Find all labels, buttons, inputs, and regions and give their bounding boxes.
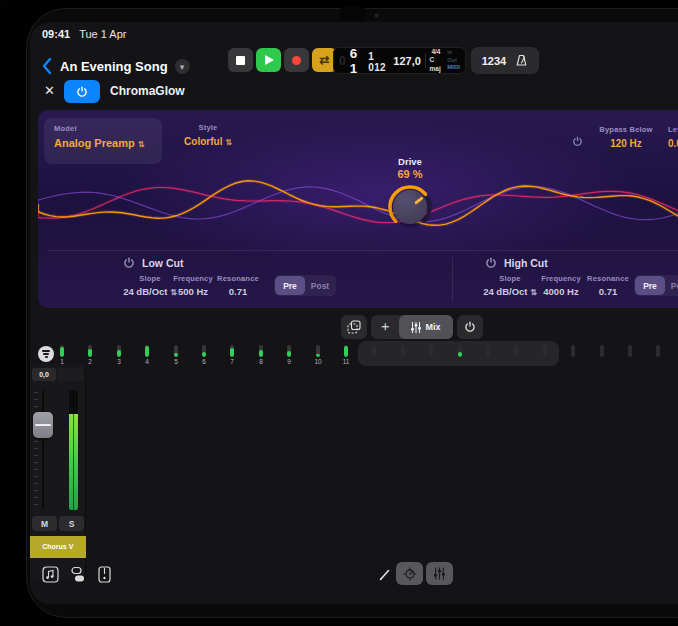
fader-handle[interactable] xyxy=(33,412,53,438)
drive-knob-pointer xyxy=(414,196,423,204)
count-in-button[interactable]: 1234 xyxy=(471,47,539,74)
back-chevron-icon xyxy=(40,56,54,76)
overview-meter-tick[interactable] xyxy=(429,345,433,357)
overview-meter-tick[interactable] xyxy=(174,345,178,357)
loop-browser-button[interactable] xyxy=(42,566,59,583)
faders-icon xyxy=(434,567,445,580)
waveform-visualization xyxy=(38,158,678,250)
overview-meter-tick[interactable] xyxy=(401,345,405,357)
duplicate-button[interactable] xyxy=(341,315,367,339)
overview-meter-tick[interactable] xyxy=(259,345,263,357)
divider xyxy=(48,250,678,251)
level-value: 0.0 xyxy=(668,138,678,149)
track-name: Chorus V xyxy=(42,542,73,551)
overview-meter-tick[interactable] xyxy=(344,345,348,357)
overview-meter-tick[interactable] xyxy=(486,345,490,357)
mixer-power-button[interactable] xyxy=(457,315,483,339)
metronome-icon[interactable] xyxy=(515,54,528,67)
keyboard-icon xyxy=(98,566,111,583)
level-meter xyxy=(69,390,78,510)
drive-label: Drive xyxy=(374,156,446,167)
faders-view-button[interactable] xyxy=(426,562,453,585)
overview-meter-tick[interactable] xyxy=(543,345,547,357)
level-meter-fill xyxy=(69,414,78,510)
lcd-key: C maj xyxy=(430,56,443,72)
fader-zone xyxy=(30,390,86,510)
add-mix-group: ＋ Mix xyxy=(371,315,453,339)
controls-view-button[interactable] xyxy=(396,562,423,585)
power-icon xyxy=(123,257,135,269)
mixer-strips: 0,0 -9,3 M S xyxy=(30,364,678,580)
stop-button[interactable] xyxy=(228,48,253,72)
lcd-bar-beat: 6 1 xyxy=(350,46,365,76)
chevron-down-icon[interactable]: ▾ xyxy=(175,59,190,74)
power-icon xyxy=(76,86,88,98)
back-button[interactable] xyxy=(40,56,54,76)
style-value: Colorful xyxy=(184,136,222,147)
pre-button[interactable]: Pre xyxy=(635,276,665,295)
stage: 09:41Tue 1 Apr An Evening Song ▾ ⇄ 0 6 1… xyxy=(0,0,678,626)
overview-meter-tick[interactable] xyxy=(88,345,92,357)
mute-button[interactable]: M xyxy=(32,516,57,531)
drive-knob[interactable] xyxy=(385,182,435,232)
record-icon xyxy=(292,56,301,65)
record-button[interactable] xyxy=(284,48,309,72)
low-cut-resonance[interactable]: Resonance 0.71 xyxy=(206,274,270,297)
overview-meter-tick[interactable] xyxy=(230,345,234,357)
overview-meter-tick[interactable] xyxy=(287,345,291,357)
stop-icon xyxy=(236,56,245,65)
overview-meter-tick[interactable] xyxy=(372,345,376,357)
level-control[interactable]: Leve 0.0 xyxy=(668,125,678,149)
power-icon xyxy=(464,321,476,333)
lcd-display[interactable]: 0 6 1 1 012 127,0 4/4 C maj In Out MIDI xyxy=(333,47,466,74)
post-button[interactable]: Post xyxy=(665,276,678,295)
play-button[interactable] xyxy=(256,48,281,72)
power-icon xyxy=(572,136,583,147)
mix-label: Mix xyxy=(425,322,440,332)
track-tab[interactable]: Chorus V xyxy=(30,536,86,558)
plugin-power-button[interactable] xyxy=(64,80,100,103)
camera-icon xyxy=(374,13,379,18)
style-selector[interactable]: Style Colorful ⇅ xyxy=(166,123,250,147)
peak-readout[interactable] xyxy=(58,368,83,381)
high-cut-power-button[interactable] xyxy=(485,257,497,269)
filter-sections: Low Cut Slope 24 dB/Oct ⇅ Frequency 500 … xyxy=(38,252,678,308)
low-cut-power-button[interactable] xyxy=(123,257,135,269)
status-date: Tue 1 Apr xyxy=(79,28,126,40)
overview-meter-tick[interactable] xyxy=(571,345,575,357)
overview-meter-tick[interactable] xyxy=(600,345,604,357)
overview-meter-tick[interactable] xyxy=(656,345,660,357)
status-bar: 09:41Tue 1 Apr xyxy=(42,28,126,40)
lcd-midi-label: MIDI xyxy=(447,64,460,72)
overview-meter-tick[interactable] xyxy=(316,345,320,357)
loops-icon xyxy=(42,566,59,583)
overview-meter-tick[interactable] xyxy=(628,345,632,357)
bypass-below-control[interactable]: Bypass Below 120 Hz xyxy=(590,125,662,149)
overview-meter-tick[interactable] xyxy=(145,345,149,357)
browser-button[interactable] xyxy=(70,566,86,583)
add-track-button[interactable]: ＋ xyxy=(371,315,399,339)
mix-view-button[interactable]: Mix xyxy=(399,315,453,339)
close-icon: ✕ xyxy=(44,83,55,98)
high-cut-resonance[interactable]: Resonance 0.71 xyxy=(576,274,640,297)
faders-icon xyxy=(411,322,421,333)
bypass-power-button[interactable] xyxy=(572,136,583,147)
edit-button[interactable] xyxy=(378,568,392,582)
overview-meter-tick[interactable] xyxy=(514,345,518,357)
fader-tick-marks xyxy=(34,392,38,508)
overview-meter-tick[interactable] xyxy=(202,345,206,357)
play-surface-button[interactable] xyxy=(98,566,111,583)
transport-controls: ⇄ xyxy=(228,48,337,72)
pre-button[interactable]: Pre xyxy=(275,276,305,295)
status-time: 09:41 xyxy=(42,28,70,40)
post-button[interactable]: Post xyxy=(305,276,335,295)
overview-meter-tick[interactable] xyxy=(60,345,64,357)
solo-button[interactable]: S xyxy=(59,516,84,531)
overview-meter-tick[interactable] xyxy=(117,345,121,357)
volume-readout[interactable]: 0,0 xyxy=(32,368,56,381)
fader-track[interactable] xyxy=(42,390,44,510)
project-title[interactable]: An Evening Song xyxy=(60,59,168,74)
close-plugin-button[interactable]: ✕ xyxy=(44,83,55,98)
overview-meter-tick[interactable] xyxy=(458,345,462,357)
lcd-div-tick: 1 012 xyxy=(368,51,387,73)
